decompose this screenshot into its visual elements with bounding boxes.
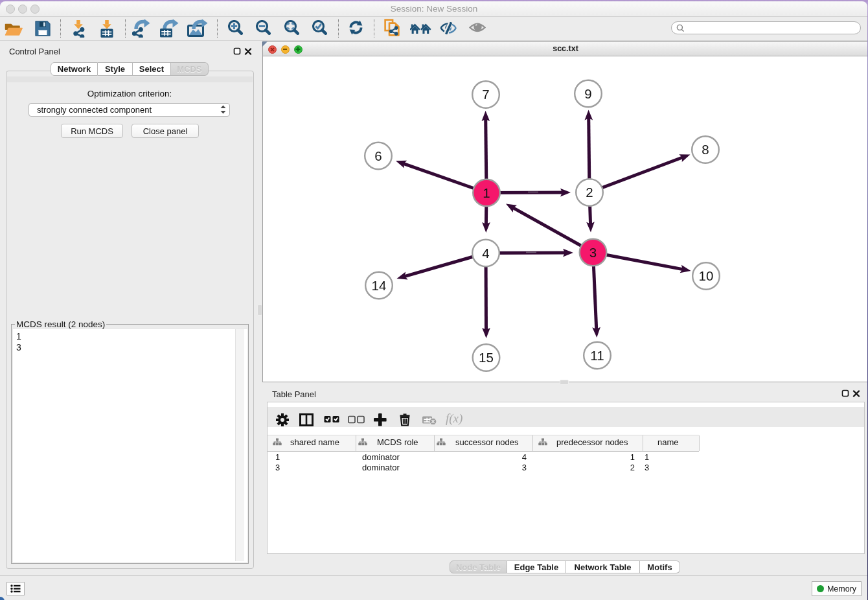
svg-text:10: 10 xyxy=(699,268,714,283)
svg-text:9: 9 xyxy=(584,86,591,101)
svg-text:6: 6 xyxy=(374,148,382,163)
svg-text:4: 4 xyxy=(482,246,489,260)
svg-text:1: 1 xyxy=(483,185,490,200)
svg-text:7: 7 xyxy=(482,87,489,102)
svg-text:15: 15 xyxy=(479,350,494,365)
svg-text:14: 14 xyxy=(372,278,387,293)
svg-text:3: 3 xyxy=(589,245,597,260)
svg-text:8: 8 xyxy=(702,142,709,157)
svg-text:2: 2 xyxy=(586,185,593,200)
svg-text:11: 11 xyxy=(590,348,604,363)
